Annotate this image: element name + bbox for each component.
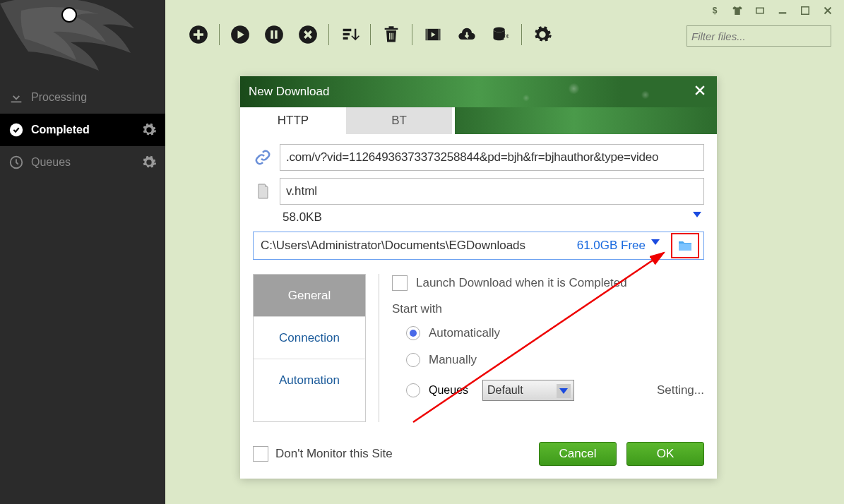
video-button[interactable] <box>421 23 445 47</box>
browse-folder-button[interactable] <box>671 233 699 258</box>
svg-rect-16 <box>438 29 441 40</box>
dialog-title: New Download <box>249 85 329 99</box>
radio-auto-label: Automatically <box>429 326 500 340</box>
sidebar-item-processing[interactable]: Processing <box>0 81 165 114</box>
filter-input[interactable] <box>691 30 826 42</box>
radio-automatically[interactable] <box>406 326 420 340</box>
database-button[interactable] <box>489 23 513 47</box>
queue-select[interactable]: Default <box>482 380 574 401</box>
settings-side-tabs: General Connection Automation <box>253 274 366 422</box>
dialog-footer: Don't Monitor this Site Cancel OK <box>240 435 717 479</box>
cloud-download-button[interactable] <box>455 23 479 47</box>
top-area: $ <box>165 0 844 64</box>
svg-rect-12 <box>275 30 278 39</box>
svg-rect-15 <box>426 29 429 40</box>
setting-link[interactable]: Setting... <box>657 383 704 397</box>
separator <box>412 24 412 45</box>
svg-point-2 <box>10 124 23 136</box>
ok-button[interactable]: OK <box>626 442 704 466</box>
sidebar-item-label: Completed <box>31 124 90 136</box>
radio-manual-label: Manually <box>429 353 477 367</box>
start-with-label: Start with <box>392 302 704 316</box>
sidebar-item-queues[interactable]: Queues <box>0 146 165 179</box>
location-box: C:\Users\Administrator\Documents\EGDownl… <box>253 232 704 260</box>
dont-monitor-checkbox[interactable] <box>253 446 268 462</box>
maximize-icon[interactable] <box>795 3 816 18</box>
sidebar-item-label: Queues <box>31 156 71 169</box>
sidebar-item-completed[interactable]: Completed <box>0 114 165 146</box>
location-dropdown[interactable] <box>651 239 664 252</box>
svg-rect-11 <box>271 30 273 39</box>
location-path: C:\Users\Administrator\Documents\EGDownl… <box>261 239 577 253</box>
stop-button[interactable] <box>296 23 320 47</box>
svg-rect-7 <box>802 7 809 15</box>
divider <box>379 274 379 422</box>
check-circle-icon <box>8 122 24 138</box>
minimize-icon[interactable] <box>772 3 793 18</box>
side-tab-general[interactable]: General <box>254 275 365 317</box>
dialog-close-button[interactable] <box>693 83 710 100</box>
download-icon <box>8 90 24 105</box>
sidebar: Processing Completed Queues <box>0 0 165 504</box>
file-icon <box>253 183 273 200</box>
url-input[interactable] <box>280 144 704 171</box>
radio-queues-label: Queues <box>429 384 468 397</box>
separator <box>370 24 371 45</box>
svg-point-17 <box>494 28 505 32</box>
filename-input[interactable] <box>280 178 704 205</box>
settings-button[interactable] <box>530 23 554 47</box>
separator <box>219 24 220 45</box>
sort-button[interactable] <box>338 23 362 47</box>
separator <box>521 24 522 45</box>
new-download-dialog: New Download HTTP BT 58.0KB C:\Users\Adm… <box>240 76 717 479</box>
launch-checkbox[interactable] <box>392 275 408 291</box>
side-tab-automation[interactable]: Automation <box>254 359 365 402</box>
radio-queues[interactable] <box>406 383 420 397</box>
compact-icon[interactable] <box>749 3 771 18</box>
eagle-logo-icon <box>0 0 148 81</box>
gear-icon[interactable] <box>141 155 157 170</box>
folder-icon <box>677 237 694 254</box>
close-icon[interactable] <box>817 3 838 18</box>
launch-label: Launch Download when it is Completed <box>416 276 627 290</box>
tab-http[interactable]: HTTP <box>240 107 346 134</box>
svg-point-10 <box>265 25 283 44</box>
side-tab-connection[interactable]: Connection <box>254 317 365 359</box>
shirt-icon[interactable] <box>727 3 748 18</box>
play-button[interactable] <box>228 23 252 47</box>
filesize-dropdown[interactable] <box>693 212 701 217</box>
free-space-label: 61.0GB Free <box>577 239 646 253</box>
titlebar: $ <box>704 3 838 18</box>
svg-rect-6 <box>779 12 787 13</box>
general-options: Launch Download when it is Completed Sta… <box>392 274 704 422</box>
dialog-header: New Download <box>240 76 717 107</box>
sidebar-item-label: Processing <box>31 91 87 104</box>
queue-selected-value: Default <box>487 384 523 397</box>
dialog-tabs: HTTP BT <box>240 107 717 134</box>
svg-rect-5 <box>756 8 764 13</box>
logo-area <box>0 0 165 81</box>
trash-button[interactable] <box>379 23 403 47</box>
add-button[interactable] <box>186 23 210 47</box>
pause-button[interactable] <box>262 23 286 47</box>
tab-bt[interactable]: BT <box>346 107 452 134</box>
dont-monitor-label: Don't Monitor this Site <box>275 447 393 461</box>
svg-text:$: $ <box>713 6 718 16</box>
separator <box>328 24 329 45</box>
cancel-button[interactable]: Cancel <box>539 442 617 466</box>
gear-icon[interactable] <box>141 122 157 138</box>
radio-manually[interactable] <box>406 353 420 367</box>
link-icon <box>253 149 273 166</box>
filter-box[interactable] <box>687 25 831 47</box>
dollar-icon[interactable]: $ <box>704 3 725 18</box>
clock-icon <box>8 155 24 170</box>
filesize-label: 58.0KB <box>283 210 322 224</box>
